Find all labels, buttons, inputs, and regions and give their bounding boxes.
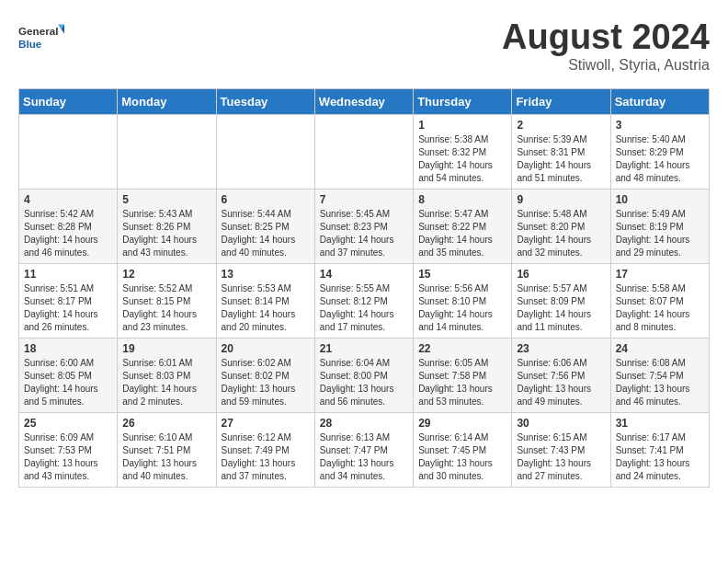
cell-w1-d1: [19, 114, 118, 189]
day-info: Sunrise: 5:56 AM Sunset: 8:10 PM Dayligh…: [418, 282, 506, 334]
day-info: Sunrise: 5:53 AM Sunset: 8:14 PM Dayligh…: [222, 282, 310, 334]
cell-w3-d1: 11 Sunrise: 5:51 AM Sunset: 8:17 PM Dayl…: [19, 263, 118, 338]
cell-w5-d3: 27 Sunrise: 6:12 AM Sunset: 7:49 PM Dayl…: [216, 412, 314, 487]
day-number: 13: [222, 268, 310, 281]
cell-w1-d4: [314, 114, 413, 189]
cell-w4-d4: 21 Sunrise: 6:04 AM Sunset: 8:00 PM Dayl…: [314, 338, 413, 412]
svg-text:General: General: [18, 25, 58, 37]
day-number: 14: [320, 268, 408, 281]
day-number: 1: [418, 119, 506, 132]
day-number: 3: [616, 119, 704, 132]
day-number: 12: [122, 268, 210, 281]
weekday-sunday: Sunday: [19, 88, 118, 114]
day-info: Sunrise: 6:02 AM Sunset: 8:02 PM Dayligh…: [222, 357, 310, 408]
day-number: 18: [24, 342, 112, 355]
day-number: 30: [517, 417, 605, 430]
day-info: Sunrise: 6:04 AM Sunset: 8:00 PM Dayligh…: [320, 357, 408, 408]
day-info: Sunrise: 6:12 AM Sunset: 7:49 PM Dayligh…: [222, 431, 310, 483]
day-number: 17: [616, 268, 704, 281]
week-row-5: 25 Sunrise: 6:09 AM Sunset: 7:53 PM Dayl…: [19, 412, 710, 487]
cell-w3-d2: 12 Sunrise: 5:52 AM Sunset: 8:15 PM Dayl…: [118, 263, 216, 338]
day-number: 2: [517, 119, 605, 132]
cell-w3-d6: 16 Sunrise: 5:57 AM Sunset: 8:09 PM Dayl…: [512, 263, 610, 338]
day-info: Sunrise: 5:42 AM Sunset: 8:28 PM Dayligh…: [24, 208, 112, 259]
cell-w2-d5: 8 Sunrise: 5:47 AM Sunset: 8:22 PM Dayli…: [414, 189, 512, 263]
weekday-saturday: Saturday: [610, 88, 709, 114]
day-number: 7: [320, 193, 408, 206]
day-number: 20: [222, 342, 310, 355]
cell-w1-d3: [216, 114, 314, 189]
cell-w1-d2: [118, 114, 216, 189]
day-number: 22: [418, 342, 506, 355]
svg-text:Blue: Blue: [18, 38, 42, 50]
cell-w5-d7: 31 Sunrise: 6:17 AM Sunset: 7:41 PM Dayl…: [610, 412, 709, 487]
week-row-3: 11 Sunrise: 5:51 AM Sunset: 8:17 PM Dayl…: [19, 263, 710, 338]
weekday-header-row: SundayMondayTuesdayWednesdayThursdayFrid…: [19, 88, 710, 114]
day-info: Sunrise: 5:48 AM Sunset: 8:20 PM Dayligh…: [517, 208, 605, 259]
day-info: Sunrise: 5:38 AM Sunset: 8:32 PM Dayligh…: [418, 133, 506, 185]
cell-w5-d1: 25 Sunrise: 6:09 AM Sunset: 7:53 PM Dayl…: [19, 412, 118, 487]
weekday-friday: Friday: [512, 88, 610, 114]
day-number: 9: [517, 193, 605, 206]
day-info: Sunrise: 6:10 AM Sunset: 7:51 PM Dayligh…: [122, 431, 210, 483]
cell-w4-d2: 19 Sunrise: 6:01 AM Sunset: 8:03 PM Dayl…: [118, 338, 216, 412]
week-row-2: 4 Sunrise: 5:42 AM Sunset: 8:28 PM Dayli…: [19, 189, 710, 263]
cell-w5-d4: 28 Sunrise: 6:13 AM Sunset: 7:47 PM Dayl…: [314, 412, 413, 487]
day-info: Sunrise: 5:47 AM Sunset: 8:22 PM Dayligh…: [418, 208, 506, 259]
day-info: Sunrise: 5:58 AM Sunset: 8:07 PM Dayligh…: [616, 282, 704, 334]
cell-w4-d6: 23 Sunrise: 6:06 AM Sunset: 7:56 PM Dayl…: [512, 338, 610, 412]
day-number: 4: [24, 193, 112, 206]
day-info: Sunrise: 6:15 AM Sunset: 7:43 PM Dayligh…: [517, 431, 605, 483]
day-info: Sunrise: 6:00 AM Sunset: 8:05 PM Dayligh…: [24, 357, 112, 408]
day-info: Sunrise: 5:55 AM Sunset: 8:12 PM Dayligh…: [320, 282, 408, 334]
day-info: Sunrise: 6:14 AM Sunset: 7:45 PM Dayligh…: [418, 431, 506, 483]
cell-w5-d5: 29 Sunrise: 6:14 AM Sunset: 7:45 PM Dayl…: [414, 412, 512, 487]
cell-w2-d4: 7 Sunrise: 5:45 AM Sunset: 8:23 PM Dayli…: [314, 189, 413, 263]
day-number: 11: [24, 268, 112, 281]
cell-w5-d6: 30 Sunrise: 6:15 AM Sunset: 7:43 PM Dayl…: [512, 412, 610, 487]
cell-w5-d2: 26 Sunrise: 6:10 AM Sunset: 7:51 PM Dayl…: [118, 412, 216, 487]
day-number: 10: [616, 193, 704, 206]
cell-w1-d6: 2 Sunrise: 5:39 AM Sunset: 8:31 PM Dayli…: [512, 114, 610, 189]
day-number: 23: [517, 342, 605, 355]
day-number: 31: [616, 417, 704, 430]
weekday-thursday: Thursday: [414, 88, 512, 114]
day-number: 15: [418, 268, 506, 281]
logo: General Blue: [18, 18, 64, 55]
day-number: 16: [517, 268, 605, 281]
page-header: General Blue August 2024 Stiwoll, Styria…: [18, 18, 710, 74]
week-row-4: 18 Sunrise: 6:00 AM Sunset: 8:05 PM Dayl…: [19, 338, 710, 412]
cell-w2-d6: 9 Sunrise: 5:48 AM Sunset: 8:20 PM Dayli…: [512, 189, 610, 263]
cell-w3-d4: 14 Sunrise: 5:55 AM Sunset: 8:12 PM Dayl…: [314, 263, 413, 338]
day-info: Sunrise: 6:17 AM Sunset: 7:41 PM Dayligh…: [616, 431, 704, 483]
day-info: Sunrise: 5:52 AM Sunset: 8:15 PM Dayligh…: [122, 282, 210, 334]
cell-w4-d1: 18 Sunrise: 6:00 AM Sunset: 8:05 PM Dayl…: [19, 338, 118, 412]
day-number: 25: [24, 417, 112, 430]
day-info: Sunrise: 5:44 AM Sunset: 8:25 PM Dayligh…: [222, 208, 310, 259]
week-row-1: 1 Sunrise: 5:38 AM Sunset: 8:32 PM Dayli…: [19, 114, 710, 189]
cell-w1-d7: 3 Sunrise: 5:40 AM Sunset: 8:29 PM Dayli…: [610, 114, 709, 189]
day-number: 27: [222, 417, 310, 430]
cell-w4-d3: 20 Sunrise: 6:02 AM Sunset: 8:02 PM Dayl…: [216, 338, 314, 412]
day-info: Sunrise: 5:40 AM Sunset: 8:29 PM Dayligh…: [616, 133, 704, 185]
weekday-wednesday: Wednesday: [314, 88, 413, 114]
day-number: 6: [222, 193, 310, 206]
day-number: 5: [122, 193, 210, 206]
calendar-table: SundayMondayTuesdayWednesdayThursdayFrid…: [18, 88, 710, 488]
cell-w2-d2: 5 Sunrise: 5:43 AM Sunset: 8:26 PM Dayli…: [118, 189, 216, 263]
day-info: Sunrise: 6:01 AM Sunset: 8:03 PM Dayligh…: [122, 357, 210, 408]
cell-w4-d5: 22 Sunrise: 6:05 AM Sunset: 7:58 PM Dayl…: [414, 338, 512, 412]
cell-w1-d5: 1 Sunrise: 5:38 AM Sunset: 8:32 PM Dayli…: [414, 114, 512, 189]
logo-svg: General Blue: [18, 18, 64, 55]
day-number: 8: [418, 193, 506, 206]
day-number: 24: [616, 342, 704, 355]
day-info: Sunrise: 5:57 AM Sunset: 8:09 PM Dayligh…: [517, 282, 605, 334]
day-info: Sunrise: 5:45 AM Sunset: 8:23 PM Dayligh…: [320, 208, 408, 259]
cell-w3-d7: 17 Sunrise: 5:58 AM Sunset: 8:07 PM Dayl…: [610, 263, 709, 338]
weekday-tuesday: Tuesday: [216, 88, 314, 114]
day-info: Sunrise: 5:43 AM Sunset: 8:26 PM Dayligh…: [122, 208, 210, 259]
main-title: August 2024: [502, 18, 710, 57]
weekday-monday: Monday: [118, 88, 216, 114]
day-info: Sunrise: 6:05 AM Sunset: 7:58 PM Dayligh…: [418, 357, 506, 408]
sub-title: Stiwoll, Styria, Austria: [502, 57, 710, 74]
